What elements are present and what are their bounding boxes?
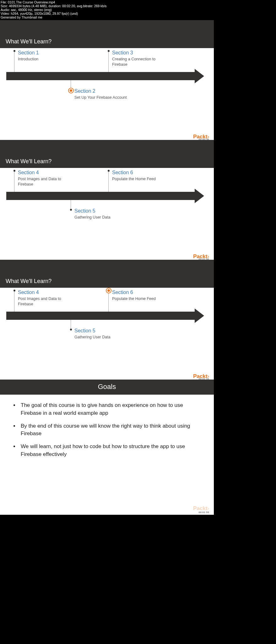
timestamp: 00:01:55 bbox=[198, 511, 209, 514]
arrow-head-icon bbox=[195, 308, 204, 323]
arrow-head-icon bbox=[195, 69, 204, 83]
arrow-body bbox=[6, 192, 195, 200]
goal-item: We will learn, not just how to code but … bbox=[19, 443, 203, 458]
section-node: Section 6Populate the Home Feed bbox=[112, 170, 169, 182]
section-desc: Creating a Connection to Firebase bbox=[112, 57, 169, 67]
dot-icon bbox=[108, 50, 110, 52]
meta-video: Video: h264, yuv420p, 1920x1080, 29.97 f… bbox=[1, 12, 213, 15]
highlight-dot-icon bbox=[106, 288, 111, 293]
slide-title: What We'll Learn? bbox=[0, 260, 214, 288]
section-desc: Populate the Home Feed bbox=[112, 176, 169, 182]
slide-title: What We'll Learn? bbox=[0, 20, 214, 48]
arrow-body bbox=[6, 312, 195, 320]
section-node: Section 2Set Up Your Firebase Account bbox=[74, 88, 131, 100]
slide: Section 1IntroductionSection 2Set Up You… bbox=[0, 48, 214, 140]
section-title: Section 5 bbox=[74, 208, 131, 214]
section-node: Section 4Post Images and Data to Firebas… bbox=[18, 170, 74, 187]
arrow-head-icon bbox=[195, 189, 204, 203]
arrow-body bbox=[6, 72, 195, 80]
section-desc: Set Up Your Firebase Account bbox=[74, 95, 131, 100]
dot-icon bbox=[70, 329, 72, 330]
dot-icon bbox=[70, 209, 72, 211]
section-title: Section 6 bbox=[112, 290, 169, 295]
section-title: Section 1 bbox=[18, 50, 74, 56]
file-metadata: File: 0101.The Course Overview.mp4 Size:… bbox=[0, 0, 214, 20]
slide: Section 4Post Images and Data to Firebas… bbox=[0, 168, 214, 260]
connector-line bbox=[14, 290, 14, 312]
meta-size: Size: 4699334 bytes (4.48 MiB), duration… bbox=[1, 4, 213, 8]
section-node: Section 6Populate the Home Feed bbox=[112, 290, 169, 302]
dot-icon bbox=[108, 170, 110, 172]
timestamp: 00:01:06 bbox=[198, 258, 209, 261]
highlight-dot-icon bbox=[69, 88, 73, 93]
goals-list: The goal of this course is to give hands… bbox=[11, 402, 203, 458]
section-node: Section 5Gathering User Data bbox=[74, 328, 131, 340]
connector-line bbox=[14, 51, 14, 72]
section-desc: Post Images and Data to Firebase bbox=[18, 176, 74, 187]
section-node: Section 5Gathering User Data bbox=[74, 208, 131, 220]
section-desc: Populate the Home Feed bbox=[112, 296, 169, 302]
meta-gen: Generated by Thumbnail me bbox=[1, 15, 213, 19]
dot-icon bbox=[14, 290, 15, 291]
section-title: Section 3 bbox=[112, 50, 169, 56]
section-node: Section 3Creating a Connection to Fireba… bbox=[112, 50, 169, 67]
timeline: Section 4Post Images and Data to Firebas… bbox=[0, 288, 214, 347]
connector-line bbox=[14, 170, 14, 192]
section-node: Section 1Introduction bbox=[18, 50, 74, 62]
section-desc: Post Images and Data to Firebase bbox=[18, 296, 74, 307]
dot-icon bbox=[14, 170, 15, 172]
section-title: Section 4 bbox=[18, 290, 74, 295]
section-title: Section 2 bbox=[74, 88, 131, 94]
connector-line bbox=[108, 170, 109, 192]
goal-item: The goal of this course is to give hands… bbox=[19, 402, 203, 417]
slide: Section 4Post Images and Data to Firebas… bbox=[0, 288, 214, 380]
section-desc: Introduction bbox=[18, 57, 74, 62]
connector-line bbox=[108, 51, 109, 72]
goal-item: By the end of this course we will know t… bbox=[19, 422, 203, 438]
timeline: Section 4Post Images and Data to Firebas… bbox=[0, 168, 214, 227]
section-desc: Gathering User Data bbox=[74, 335, 131, 340]
connector-line bbox=[71, 320, 71, 329]
goals-title: Goals bbox=[0, 380, 214, 395]
timestamp: 00:00:36 bbox=[198, 138, 209, 141]
section-desc: Gathering User Data bbox=[74, 215, 131, 220]
connector-line bbox=[108, 290, 109, 312]
section-title: Section 6 bbox=[112, 170, 169, 175]
section-title: Section 5 bbox=[74, 328, 131, 334]
meta-file: File: 0101.The Course Overview.mp4 bbox=[1, 0, 213, 4]
section-title: Section 4 bbox=[18, 170, 74, 175]
timeline: Section 1IntroductionSection 2Set Up You… bbox=[0, 48, 214, 107]
dot-icon bbox=[14, 50, 15, 52]
goals-body: The goal of this course is to give hands… bbox=[0, 395, 214, 515]
connector-line bbox=[71, 200, 71, 209]
slide-title: What We'll Learn? bbox=[0, 140, 214, 168]
meta-audio: Audio: aac, 48000 Hz, stereo (eng) bbox=[1, 8, 213, 12]
timestamp: 00:01:26 bbox=[198, 378, 209, 380]
section-node: Section 4Post Images and Data to Firebas… bbox=[18, 290, 74, 307]
